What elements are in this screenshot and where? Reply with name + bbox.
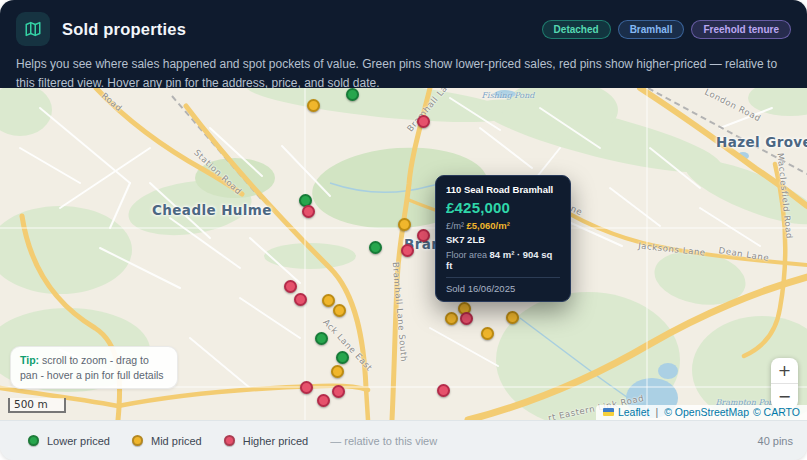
carto-link[interactable]: © CARTO	[753, 406, 800, 418]
tooltip-divider	[446, 277, 560, 278]
map-pin-mid[interactable]	[331, 365, 344, 378]
map-pin-mid[interactable]	[506, 311, 519, 324]
tooltip-floor-area: Floor area 84 m² · 904 sq ft	[446, 249, 560, 271]
lower-priced-dot-icon	[28, 435, 39, 446]
map-pin-higher[interactable]	[460, 312, 473, 325]
map-pin-lower[interactable]	[315, 332, 328, 345]
legend-item-label: Mid priced	[151, 435, 202, 447]
legend-bar: Lower pricedMid pricedHigher priced — re…	[0, 420, 807, 460]
map-pin-higher[interactable]	[417, 115, 430, 128]
map-pin-mid[interactable]	[398, 218, 411, 231]
map-tip: Tip: scroll to zoom - drag to pan - hove…	[10, 346, 178, 389]
map-pin-mid[interactable]	[322, 294, 335, 307]
map-pin-lower[interactable]	[346, 88, 359, 101]
attribution-separator: |	[655, 406, 658, 418]
page-title: Sold properties	[62, 20, 186, 39]
tooltip-floor-label: Floor area	[446, 250, 487, 260]
map-canvas[interactable]: Cheadle HulmeBramhallHazel GroveRoadStat…	[0, 88, 807, 420]
map-attribution: Leaflet | © OpenStreetMap © CARTO	[596, 405, 807, 420]
map-pin-higher[interactable]	[417, 229, 430, 242]
map-pin-higher[interactable]	[294, 293, 307, 306]
tooltip-ppsm-label: £/m²	[446, 221, 464, 231]
map-pin-higher[interactable]	[300, 381, 313, 394]
tooltip-sold-date: Sold 16/06/2025	[446, 283, 560, 294]
map-pin-mid[interactable]	[481, 327, 494, 340]
zoom-in-button[interactable]: +	[771, 358, 798, 383]
leaflet-link[interactable]: Leaflet	[618, 406, 650, 418]
osm-link[interactable]: © OpenStreetMap	[664, 406, 749, 418]
map-pin-higher[interactable]	[284, 280, 297, 293]
map-pin-lower[interactable]	[336, 351, 349, 364]
tooltip-ppsm-value: £5,060/m²	[467, 220, 510, 231]
legend-item-higher-priced: Higher priced	[224, 435, 308, 447]
water-label: Fishing Pond	[482, 91, 535, 100]
map-pin-mid[interactable]	[307, 99, 320, 112]
scale-bar: 500 m	[8, 398, 66, 413]
map-pin-higher[interactable]	[437, 384, 450, 397]
filter-badge-freehold-tenure: Freehold tenure	[691, 20, 791, 39]
filter-badge-bramhall: Bramhall	[618, 20, 685, 39]
legend-note: — relative to this view	[330, 435, 437, 447]
tooltip-address: 110 Seal Road Bramhall	[446, 184, 560, 195]
tip-prefix: Tip:	[20, 354, 39, 366]
legend-items: Lower pricedMid pricedHigher priced	[28, 435, 330, 447]
flag-icon	[603, 408, 614, 416]
map-pin-lower[interactable]	[369, 241, 382, 254]
panel-description: Helps you see where sales happened and s…	[16, 55, 791, 92]
mid-priced-dot-icon	[132, 435, 143, 446]
map-icon	[16, 12, 50, 46]
zoom-control: + −	[771, 358, 798, 409]
sold-properties-panel: Sold properties DetachedBramhallFreehold…	[0, 0, 807, 460]
legend-item-lower-priced: Lower priced	[28, 435, 110, 447]
tip-text: scroll to zoom - drag to pan - hover a p…	[20, 354, 164, 381]
pin-tooltip: 110 Seal Road Bramhall £425,000 £/m² £5,…	[435, 175, 571, 302]
legend-item-mid-priced: Mid priced	[132, 435, 202, 447]
legend-item-label: Lower priced	[47, 435, 110, 447]
map-pin-higher[interactable]	[317, 394, 330, 407]
filter-badge-detached: Detached	[542, 20, 611, 39]
map-pin-higher[interactable]	[401, 244, 414, 257]
panel-header: Sold properties DetachedBramhallFreehold…	[0, 0, 807, 88]
map-pin-mid[interactable]	[445, 312, 458, 325]
map-pin-higher[interactable]	[332, 385, 345, 398]
tooltip-postcode: SK7 2LB	[446, 234, 560, 245]
town-label-cheadle-hulme: Cheadle Hulme	[152, 202, 272, 218]
map-pin-higher[interactable]	[302, 205, 315, 218]
tooltip-price: £425,000	[446, 199, 560, 216]
pins-count: 40 pins	[758, 435, 793, 447]
tooltip-price-per-sqm: £/m² £5,060/m²	[446, 220, 560, 231]
higher-priced-dot-icon	[224, 435, 235, 446]
town-label-hazel-grove: Hazel Grove	[716, 134, 807, 150]
legend-item-label: Higher priced	[243, 435, 308, 447]
map-pin-mid[interactable]	[333, 304, 346, 317]
filter-badges: DetachedBramhallFreehold tenure	[542, 20, 791, 39]
